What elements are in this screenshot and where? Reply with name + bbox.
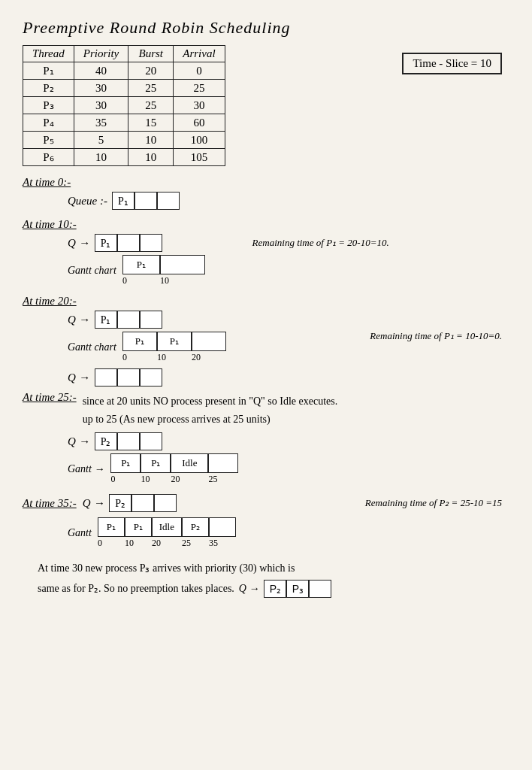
q-cell-35-2 (154, 494, 177, 512)
tick-0: 0 (122, 275, 160, 286)
gantt-cell-p1: P₁ (122, 255, 160, 274)
section-time10: At time 10:- Q → P₁ Remaining time of P₁… (23, 217, 509, 286)
table-cell-3-2: 15 (128, 114, 174, 132)
gantt35-p1b: P₁ (125, 517, 152, 537)
q-cell-35-0: P₂ (109, 494, 131, 512)
final-q-p3: P₃ (286, 580, 309, 598)
gantt25-p1b: P₁ (141, 453, 171, 473)
table-cell-4-3: 100 (174, 132, 225, 149)
tick25-10: 10 (141, 474, 171, 485)
note-time10: Remaining time of P₁ = 20-10=10. (252, 237, 389, 249)
table-cell-5-0: P₆ (23, 149, 74, 166)
col-header-priority: Priority (74, 46, 128, 62)
q-cell-20-0: P₁ (95, 311, 117, 329)
queue-time35: Q → P₂ (83, 494, 177, 512)
gantt20-cell-empty (192, 332, 226, 351)
queue-time35-label: Q → (83, 497, 105, 510)
tick35-10: 10 (125, 538, 152, 549)
table-cell-0-1: 40 (74, 62, 128, 80)
table-cell-1-1: 30 (74, 80, 128, 97)
gantt-time10-label: Gantt chart (68, 265, 116, 277)
gantt35-empty (209, 517, 236, 537)
table-cell-5-3: 105 (174, 149, 225, 166)
q-cell-20e-2 (140, 368, 162, 387)
table-cell-4-1: 5 (74, 132, 128, 149)
q-cell-20-2 (140, 311, 162, 329)
tick-10: 10 (160, 275, 205, 286)
table-cell-2-1: 30 (74, 97, 128, 114)
table-cell-1-0: P₂ (23, 80, 74, 97)
gantt35-idle: Idle (152, 517, 182, 537)
final-q-p2: P₂ (264, 580, 286, 598)
queue-time35-box: P₂ (109, 494, 177, 512)
gantt35-p2: P₂ (182, 517, 209, 537)
queue-time20: Q → P₁ (68, 311, 226, 329)
queue-time20-label: Q → (68, 314, 90, 326)
table-cell-0-0: P₁ (23, 62, 74, 80)
section-time0: At time 0:- Queue :- P₁ (23, 175, 509, 210)
queue-time25-box: P₂ (95, 432, 162, 450)
queue-time20-empty-box (95, 368, 162, 387)
tick35-25: 25 (182, 538, 209, 549)
gantt-time25-chart: P₁ P₁ Idle 0 10 20 25 (110, 453, 238, 485)
queue-time20-box: P₁ (95, 311, 162, 329)
gantt-time20-chart: P₁ P₁ 0 10 20 (122, 332, 226, 363)
gantt20-cell-p1a: P₁ (122, 332, 157, 351)
table-cell-1-3: 25 (174, 80, 225, 97)
section-time35: At time 35:- Q → P₂ Gantt P₁ (23, 491, 509, 551)
q-cell-10-2 (140, 234, 162, 252)
tick35-0: 0 (98, 538, 125, 549)
gantt-time25-label: Gantt → (68, 463, 104, 475)
table-cell-0-3: 0 (174, 62, 225, 80)
queue-time10-box: P₁ (95, 234, 162, 252)
q-cell-35-1 (131, 494, 154, 512)
gantt-time10: Gantt chart P₁ 0 10 (68, 255, 509, 286)
q-cell-25-1 (117, 432, 140, 450)
page-title: Preemptive Round Robin Scheduling (23, 18, 509, 38)
table-cell-5-2: 10 (128, 149, 174, 166)
table-cell-5-1: 10 (74, 149, 128, 166)
gantt-time35-label: Gantt (68, 527, 92, 539)
final-queue-label: Q → (239, 583, 260, 595)
table-cell-3-0: P₄ (23, 114, 74, 132)
queue-time0-box: P₁ (112, 192, 180, 210)
table-cell-0-2: 20 (128, 62, 174, 80)
table-cell-4-2: 10 (128, 132, 174, 149)
tick25-20: 20 (171, 474, 208, 485)
section-time25: At time 25:- since at 20 units NO proces… (23, 391, 509, 485)
tick25-0: 0 (110, 474, 141, 485)
q-cell-10-1 (117, 234, 140, 252)
queue-time20-empty: Q → (68, 368, 509, 387)
tick20-20: 20 (192, 352, 226, 363)
col-header-arrival: Arrival (174, 46, 225, 62)
q-cell-0-0: P₁ (112, 192, 135, 210)
queue-time25-label: Q → (68, 435, 90, 448)
gantt-cell-empty (160, 255, 205, 274)
table-cell-2-2: 25 (128, 97, 174, 114)
q-cell-25-0: P₂ (95, 432, 117, 450)
tick20-0: 0 (122, 352, 157, 363)
gantt25-idle: Idle (171, 453, 208, 473)
gantt-time35-chart: P₁ P₁ Idle P₂ 0 10 20 25 35 (98, 517, 236, 549)
final-q-empty (309, 580, 331, 598)
queue-time10: Q → P₁ Remaining time of P₁ = 20-10=10. (68, 234, 509, 252)
q-cell-20-1 (117, 311, 140, 329)
tick35-35: 35 (209, 538, 236, 549)
table-cell-2-0: P₃ (23, 97, 74, 114)
gantt35-p1a: P₁ (98, 517, 125, 537)
col-header-burst: Burst (128, 46, 174, 62)
final-queue-box: P₂ P₃ (264, 580, 331, 598)
gantt25-p1a: P₁ (110, 453, 141, 473)
final-line2: same as for P₂. So no preemption takes p… (38, 581, 234, 596)
col-header-thread: Thread (23, 46, 74, 62)
section-time20: At time 20:- Q → P₁ Gantt chart P₁ (23, 294, 509, 387)
section-time35-label: At time 35:- (23, 497, 77, 510)
gantt-time10-chart: P₁ 0 10 (122, 255, 205, 286)
table-cell-3-3: 60 (174, 114, 225, 132)
gantt-time20-label: Gantt chart (68, 341, 116, 353)
queue-time10-label: Q → (68, 237, 90, 250)
q-cell-20e-0 (95, 368, 117, 387)
schedule-table: Thread Priority Burst Arrival P₁40200P₂3… (23, 45, 225, 166)
note-time25-line2: up to 25 (As new process arrives at 25 u… (83, 411, 338, 427)
tick25-25: 25 (208, 474, 238, 485)
